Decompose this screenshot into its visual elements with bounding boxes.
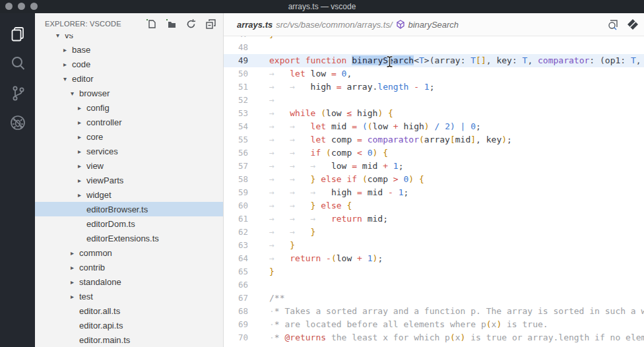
code-line-68[interactable]: 68·* Takes a sorted array and a function…	[224, 305, 644, 318]
breadcrumb-path[interactable]: src/vs/base/common/arrays.ts/	[276, 20, 392, 30]
code-token: ≤	[346, 108, 357, 118]
code-token: mid	[362, 161, 383, 171]
line-content: →→→low = mid + 1;	[252, 160, 644, 173]
tab-whitespace-icon: →	[269, 252, 290, 265]
tree-item-label: widget	[86, 190, 112, 200]
chevron-collapsed-icon[interactable]: ▸	[71, 293, 79, 300]
code-line-58[interactable]: 58→→} else if (comp > 0) {	[224, 173, 644, 186]
chevron-collapsed-icon[interactable]: ▸	[78, 148, 86, 155]
code-line-64[interactable]: 64→return -(low + 1);	[224, 252, 644, 265]
line-content: export function binarySearch<T>(array: T…	[252, 54, 644, 67]
code-line-57[interactable]: 57→→→low = mid + 1;	[224, 160, 644, 173]
breadcrumb[interactable]: arrays.ts src/vs/base/common/arrays.ts/ …	[237, 20, 601, 30]
new-file-icon[interactable]	[146, 18, 157, 30]
line-number: 54	[224, 120, 252, 133]
chevron-collapsed-icon[interactable]: ▸	[63, 46, 72, 53]
code-editor[interactable]: 47}4849export function binarySearch<T>(a…	[224, 36, 644, 347]
line-content: }	[252, 265, 644, 278]
close-window-button[interactable]	[5, 3, 13, 10]
code-line-56[interactable]: 56→→if (comp < 0) {	[224, 146, 644, 160]
breadcrumb-bar: arrays.ts src/vs/base/common/arrays.ts/ …	[224, 13, 644, 36]
tree-folder-controller[interactable]: ▸controller	[35, 115, 223, 129]
split-editor-icon[interactable]	[627, 18, 639, 30]
code-token: x	[455, 332, 461, 342]
code-token: ) {	[377, 108, 393, 118]
code-line-59[interactable]: 59→→→high = mid - 1;	[224, 186, 644, 199]
code-token: -	[388, 187, 399, 197]
tree-folder-standalone[interactable]: ▸standalone	[35, 274, 223, 289]
code-line-52[interactable]: 52→	[224, 94, 644, 107]
chevron-collapsed-icon[interactable]: ▸	[71, 264, 79, 271]
code-line-47[interactable]: 47}	[224, 36, 644, 41]
code-line-69[interactable]: 69·* are located before all elements whe…	[224, 318, 644, 331]
line-content: →→let comp = comparator(array[mid], key)…	[252, 133, 644, 146]
new-folder-icon[interactable]	[166, 18, 177, 30]
activity-search-button[interactable]	[3, 48, 32, 78]
code-token: =	[357, 187, 368, 197]
tree-file-editor.main.ts[interactable]: editor.main.ts	[35, 332, 223, 347]
code-token: ,	[476, 135, 486, 144]
chevron-collapsed-icon[interactable]: ▸	[71, 249, 79, 257]
tree-folder-code[interactable]: ▸code	[35, 57, 223, 71]
code-line-62[interactable]: 62→→}	[224, 226, 644, 239]
breadcrumb-file[interactable]: arrays.ts	[237, 20, 273, 30]
code-line-70[interactable]: 70·* @returns the least x for which p(x)…	[224, 331, 644, 344]
code-line-55[interactable]: 55→→let comp = comparator(array[mid], ke…	[224, 133, 644, 146]
chevron-collapsed-icon[interactable]: ▸	[78, 162, 86, 170]
code-line-65[interactable]: 65}	[224, 265, 644, 278]
activity-debug-button[interactable]	[3, 108, 32, 137]
tree-folder-viewParts[interactable]: ▸viewParts	[35, 173, 223, 187]
tree-folder-test[interactable]: ▸test	[35, 289, 223, 303]
code-line-48[interactable]: 48	[224, 41, 644, 54]
code-line-51[interactable]: 51→→high = array.length - 1;	[224, 80, 644, 94]
tree-file-editorExtensions.ts[interactable]: editorExtensions.ts	[35, 231, 223, 245]
tree-file-editor.api.ts[interactable]: editor.api.ts	[35, 318, 223, 332]
tree-item-label: services	[86, 146, 118, 156]
tree-folder-widget[interactable]: ▸widget	[35, 187, 223, 202]
chevron-collapsed-icon[interactable]: ▸	[78, 104, 86, 111]
tree-folder-view[interactable]: ▸view	[35, 158, 223, 173]
tree-file-editorBrowser.ts[interactable]: editorBrowser.ts	[35, 202, 223, 216]
tab-whitespace-icon: →	[269, 94, 290, 107]
activity-explorer-button[interactable]	[3, 18, 32, 48]
activity-source-control-button[interactable]	[3, 78, 32, 108]
chevron-collapsed-icon[interactable]: ▸	[78, 191, 86, 199]
chevron-collapsed-icon[interactable]: ▸	[63, 61, 72, 68]
code-line-67[interactable]: 67/**	[224, 292, 644, 305]
tree-folder-base[interactable]: ▸base	[35, 42, 223, 57]
minimize-window-button[interactable]	[18, 3, 25, 10]
tree-file-editorDom.ts[interactable]: editorDom.ts	[35, 216, 223, 231]
tree-folder-editor[interactable]: ▾editor	[35, 71, 223, 86]
tree-folder-contrib[interactable]: ▸contrib	[35, 260, 223, 274]
tree-file-editor.all.ts[interactable]: editor.all.ts	[35, 303, 223, 318]
chevron-collapsed-icon[interactable]: ▸	[78, 119, 86, 126]
breadcrumb-symbol[interactable]: binarySearch	[408, 20, 459, 30]
tree-folder-config[interactable]: ▸config	[35, 100, 223, 115]
tree-folder-core[interactable]: ▸core	[35, 129, 223, 144]
code-line-50[interactable]: 50→let low = 0,	[224, 67, 644, 80]
collapse-all-icon[interactable]	[205, 18, 216, 30]
chevron-collapsed-icon[interactable]: ▸	[78, 133, 86, 141]
editor-group: arrays.ts src/vs/base/common/arrays.ts/ …	[224, 13, 644, 347]
code-token: (	[326, 148, 331, 158]
tree-folder-common[interactable]: ▸common	[35, 245, 223, 260]
tree-folder-services[interactable]: ▸services	[35, 144, 223, 158]
code-line-53[interactable]: 53→while (low ≤ high) {	[224, 107, 644, 120]
chevron-expanded-icon[interactable]: ▾	[63, 75, 72, 82]
zoom-window-button[interactable]	[30, 3, 38, 10]
code-line-61[interactable]: 61→→→return mid;	[224, 212, 644, 226]
refresh-icon[interactable]	[185, 18, 197, 30]
tree-folder-browser[interactable]: ▾browser	[35, 86, 223, 100]
code-token: high	[331, 187, 357, 197]
chevron-collapsed-icon[interactable]: ▸	[71, 278, 79, 286]
preview-search-icon[interactable]	[606, 18, 619, 31]
code-line-60[interactable]: 60→→} else {	[224, 199, 644, 212]
code-token: ,	[346, 69, 352, 79]
chevron-expanded-icon[interactable]: ▾	[71, 90, 79, 97]
chevron-collapsed-icon[interactable]: ▸	[78, 177, 86, 184]
code-line-49[interactable]: 49export function binarySearch<T>(array:…	[224, 54, 644, 67]
code-line-54[interactable]: 54→→let mid = ((low + high) / 2) | 0;	[224, 120, 644, 133]
line-content: →→} else if (comp > 0) {	[252, 173, 644, 186]
code-line-63[interactable]: 63→}	[224, 239, 644, 252]
code-line-66[interactable]: 66	[224, 278, 644, 292]
